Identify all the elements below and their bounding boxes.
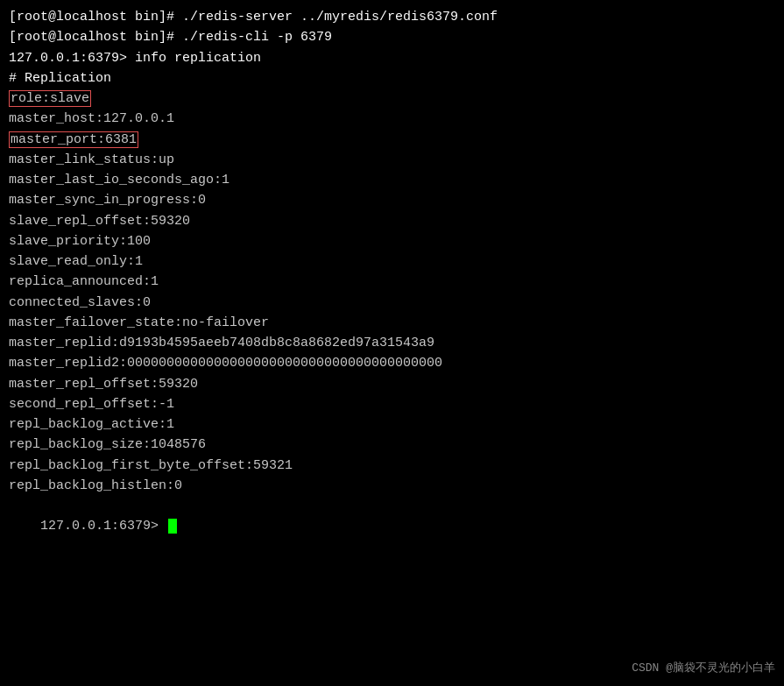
terminal-line-11: slave_repl_offset:59320 [9,211,775,231]
terminal-line-10: master_sync_in_progress:0 [9,190,775,210]
prompt-text: 127.0.0.1:6379> [40,519,166,534]
cursor-block [168,519,177,534]
terminal-line-19: master_repl_offset:59320 [9,374,775,394]
terminal-line-3: 127.0.0.1:6379> info replication [9,48,775,68]
terminal-line-6: master_host:127.0.0.1 [9,109,775,129]
terminal-line-12: slave_priority:100 [9,231,775,251]
terminal-prompt-line[interactable]: 127.0.0.1:6379> [9,496,775,557]
terminal-line-14: replica_announced:1 [9,272,775,292]
terminal-line-5: role:slave [9,88,775,109]
terminal-window: [root@localhost bin]# ./redis-server ../… [0,0,784,686]
terminal-line-9: master_last_io_seconds_ago:1 [9,170,775,190]
terminal-line-24: repl_backlog_histlen:0 [9,476,775,496]
terminal-line-20: second_repl_offset:-1 [9,394,775,414]
watermark: CSDN @脑袋不灵光的小白羊 [632,660,775,677]
terminal-line-21: repl_backlog_active:1 [9,414,775,435]
terminal-line-17: master_replid:d9193b4595aeeb7408db8c8a86… [9,333,775,353]
master-port-boxed: master_port:6381 [9,131,138,148]
terminal-line-13: slave_read_only:1 [9,251,775,272]
role-slave-boxed: role:slave [9,90,91,107]
terminal-line-22: repl_backlog_size:1048576 [9,435,775,455]
terminal-line-8: master_link_status:up [9,150,775,170]
terminal-line-23: repl_backlog_first_byte_offset:59321 [9,456,775,476]
terminal-line-4: # Replication [9,68,775,88]
terminal-line-1: [root@localhost bin]# ./redis-server ../… [9,7,775,27]
terminal-line-16: master_failover_state:no-failover [9,313,775,333]
terminal-line-18: master_replid2:0000000000000000000000000… [9,353,775,373]
terminal-line-2: [root@localhost bin]# ./redis-cli -p 637… [9,27,775,47]
terminal-line-15: connected_slaves:0 [9,293,775,313]
terminal-line-7: master_port:6381 [9,130,775,150]
